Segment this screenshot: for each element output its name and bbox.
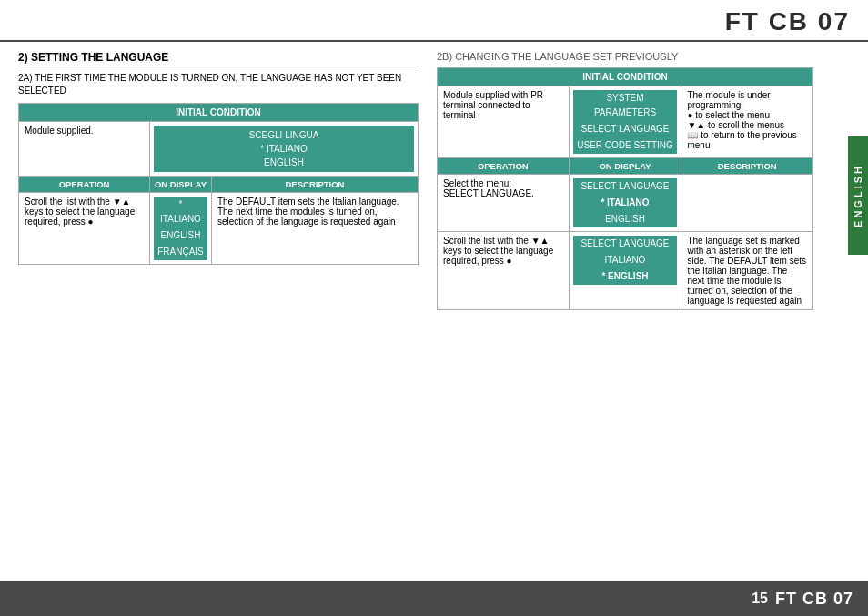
left-col-display: ON DISPLAY [150, 177, 212, 193]
right-column: 2B) CHANGING THE LANGUAGE SET PREVIOUSLY… [437, 51, 841, 310]
right-col-description: DESCRIPTION [681, 158, 813, 175]
right-initial-right-text: The module is under programming:● to sel… [681, 86, 813, 158]
left-row2-display: * ITALIANO ENGLISH FRANÇAIS [150, 193, 212, 265]
left-row2-display-line2: ENGLISH [154, 227, 207, 244]
right-table: INITIAL CONDITION Module supplied with P… [437, 67, 813, 310]
right-initial-right-text-span: The module is under programming:● to sel… [687, 90, 796, 150]
footer: 15 FT CB 07 [0, 581, 868, 616]
left-section-subtitle: 2A) THE FIRST TIME THE MODULE IS TURNED … [18, 72, 419, 97]
left-col-description: DESCRIPTION [211, 177, 418, 193]
side-tab: ENGLISH [848, 136, 868, 255]
right-col-display: ON DISPLAY [569, 158, 681, 175]
left-display-line3: ENGLISH [264, 157, 304, 167]
left-col-operation: OPERATION [19, 177, 150, 193]
left-column: 2) SETTING THE LANGUAGE 2A) THE FIRST TI… [18, 51, 419, 310]
right-row2-operation-text: Scroll the list with the ▼▲ keys to sele… [443, 236, 553, 266]
right-row2-disp-line2: ITALIANO [573, 252, 678, 268]
right-row2-disp-line1: SELECT LANGUAGE [573, 236, 678, 252]
left-row2-display-line1: * ITALIANO [154, 197, 207, 227]
side-tab-text: ENGLISH [853, 164, 863, 227]
right-init-disp-line1: SYSTEM PARAMETERS [573, 90, 678, 121]
left-initial-condition-header: INITIAL CONDITION [19, 104, 419, 122]
left-row2-description-text: The DEFAULT item sets the Italian langua… [217, 197, 399, 227]
main-content: 2) SETTING THE LANGUAGE 2A) THE FIRST TI… [0, 42, 868, 319]
header: FT CB 07 [0, 0, 868, 42]
right-row2-description: The language set is marked with an aster… [681, 232, 813, 310]
left-initial-display-cell: SCEGLI LINGUA * ITALIANO ENGLISH [150, 122, 419, 177]
footer-page-number: 15 [752, 591, 768, 607]
right-section-title: 2B) CHANGING THE LANGUAGE SET PREVIOUSLY [437, 51, 813, 62]
left-display-line1: SCEGLI LINGUA [249, 130, 319, 140]
left-row2-display-line3: FRANÇAIS [154, 244, 207, 260]
right-row2-operation: Scroll the list with the ▼▲ keys to sele… [438, 232, 570, 310]
right-col-operation: OPERATION [438, 158, 570, 175]
right-row1-disp-line2: * ITALIANO [573, 195, 678, 211]
right-init-disp-line3: USER CODE SETTING [573, 137, 678, 154]
left-row2-description: The DEFAULT item sets the Italian langua… [211, 193, 418, 265]
right-row1-operation-text: Select the menu:SELECT LANGUAGE. [443, 178, 534, 198]
left-initial-display-box: SCEGLI LINGUA * ITALIANO ENGLISH [154, 126, 414, 172]
right-row1-display: SELECT LANGUAGE * ITALIANO ENGLISH [569, 175, 681, 232]
left-table: INITIAL CONDITION Module supplied. SCEGL… [18, 103, 419, 265]
right-row1-disp-line1: SELECT LANGUAGE [573, 178, 678, 195]
left-row2-operation: Scroll the list with the ▼▲ keys to sele… [19, 193, 150, 265]
left-row2-operation-text: Scroll the list with the ▼▲ keys to sele… [25, 197, 135, 227]
left-display-line2: * ITALIANO [260, 144, 308, 154]
right-initial-display: SYSTEM PARAMETERS SELECT LANGUAGE USER C… [569, 86, 681, 158]
right-row2-display: SELECT LANGUAGE ITALIANO * ENGLISH [569, 232, 681, 310]
header-title: FT CB 07 [725, 7, 850, 35]
right-row1-description [681, 175, 813, 232]
right-initial-left-text-span: Module supplied with PR terminal connect… [443, 90, 543, 120]
right-init-disp-line2: SELECT LANGUAGE [573, 121, 678, 137]
right-initial-condition-header: INITIAL CONDITION [438, 68, 813, 86]
right-row2-description-text: The language set is marked with an aster… [687, 236, 806, 306]
right-row1-operation: Select the menu:SELECT LANGUAGE. [438, 175, 570, 232]
right-initial-left-text: Module supplied with PR terminal connect… [438, 86, 570, 158]
left-module-supplied-text: Module supplied. [25, 126, 94, 136]
right-row1-disp-line3: ENGLISH [573, 211, 678, 227]
right-row2-disp-line3: * ENGLISH [573, 268, 678, 285]
footer-doc-title: FT CB 07 [775, 590, 853, 609]
left-section-title: 2) SETTING THE LANGUAGE [18, 51, 419, 66]
left-module-supplied-cell: Module supplied. [19, 122, 150, 177]
